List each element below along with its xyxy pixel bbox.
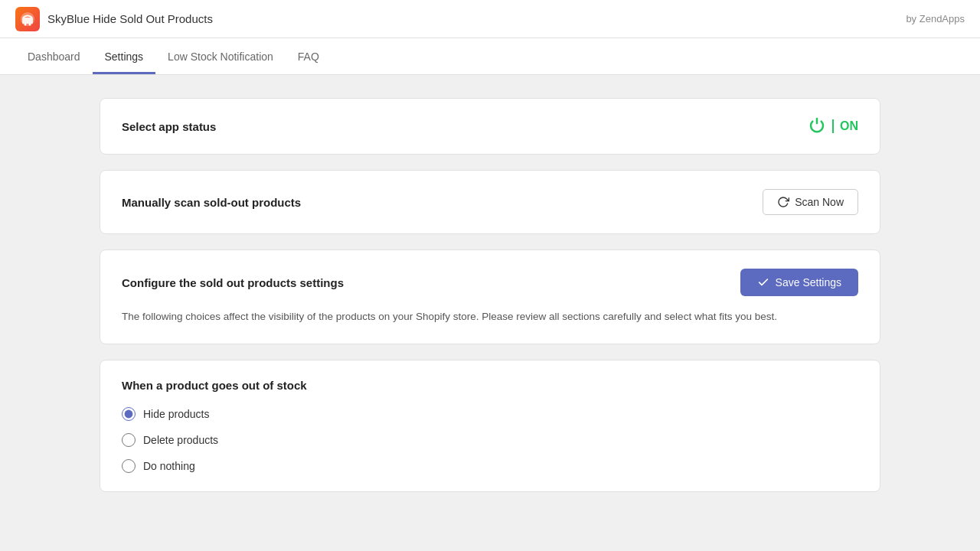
configure-description: The following choices affect the visibil… (122, 308, 858, 325)
nav-low-stock-notification[interactable]: Low Stock Notification (155, 38, 286, 74)
app-status-card: Select app status ON (100, 98, 880, 155)
scan-card: Manually scan sold-out products Scan Now (100, 170, 880, 234)
configure-title: Configure the sold out products settings (122, 276, 344, 289)
stock-option-nothing-label: Do nothing (143, 460, 195, 472)
nav-settings[interactable]: Settings (93, 38, 156, 74)
power-icon (808, 117, 826, 135)
stock-option-hide-label: Hide products (143, 408, 209, 420)
checkmark-icon (757, 276, 769, 289)
nav-faq[interactable]: FAQ (286, 38, 332, 74)
scan-now-label: Scan Now (795, 196, 844, 208)
main-content: Select app status ON Manually scan sold-… (0, 75, 980, 515)
scan-card-title: Manually scan sold-out products (122, 196, 301, 209)
stock-card-title: When a product goes out of stock (122, 379, 858, 392)
nav-dashboard[interactable]: Dashboard (15, 38, 93, 74)
svg-point-3 (29, 23, 31, 25)
configure-card: Configure the sold out products settings… (100, 249, 880, 344)
stock-option-nothing[interactable]: Do nothing (122, 459, 858, 473)
stock-option-delete-label: Delete products (143, 434, 218, 446)
configure-header: Configure the sold out products settings… (122, 269, 858, 296)
header-by-label: by ZendApps (906, 13, 965, 24)
save-settings-button[interactable]: Save Settings (740, 269, 858, 296)
svg-rect-1 (22, 18, 33, 24)
stock-option-hide-radio[interactable] (122, 407, 136, 421)
refresh-icon (777, 196, 789, 208)
app-header: SkyBlue Hide Sold Out Products by ZendAp… (0, 0, 980, 38)
save-settings-label: Save Settings (776, 276, 841, 289)
stock-option-delete-radio[interactable] (122, 433, 136, 447)
stock-option-delete[interactable]: Delete products (122, 433, 858, 447)
app-status-label: ON (840, 119, 858, 133)
header-left: SkyBlue Hide Sold Out Products (15, 7, 213, 31)
app-logo-icon (15, 7, 40, 31)
app-title: SkyBlue Hide Sold Out Products (47, 12, 213, 25)
app-status-toggle[interactable]: ON (808, 117, 858, 135)
stock-option-hide[interactable]: Hide products (122, 407, 858, 421)
stock-options-group: Hide products Delete products Do nothing (122, 407, 858, 473)
stock-option-nothing-radio[interactable] (122, 459, 136, 473)
stock-card: When a product goes out of stock Hide pr… (100, 360, 880, 492)
scan-now-button[interactable]: Scan Now (763, 189, 858, 215)
svg-point-2 (24, 23, 27, 25)
toggle-divider (832, 119, 834, 133)
app-status-title: Select app status (122, 120, 216, 133)
main-nav: Dashboard Settings Low Stock Notificatio… (0, 38, 980, 75)
